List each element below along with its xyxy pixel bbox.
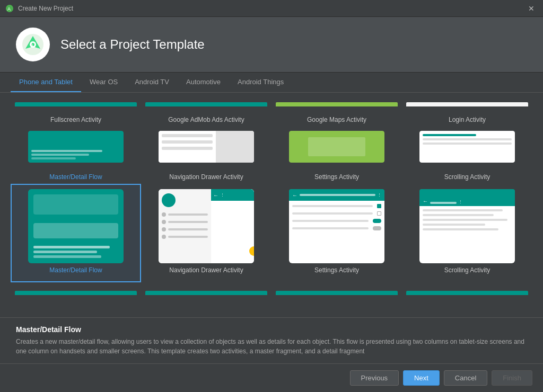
nav-drawer-visual: ← ⋮ [159, 189, 254, 263]
templates-grid-row1-labels: Master/Detail Flow Navigation Drawer Act… [11, 169, 532, 184]
template-top-login [402, 98, 532, 112]
template-top-fullscreen [11, 98, 141, 112]
svg-text:A: A [30, 43, 33, 47]
dialog-title: Select a Project Template [60, 37, 205, 52]
strip-admob [145, 102, 267, 106]
preview-scrolling: ← ⋮ [419, 189, 515, 263]
template-nav-drawer[interactable]: ← ⋮ Navigation Drawer Activity [141, 184, 272, 282]
next-button[interactable]: Next [403, 370, 440, 386]
template-admob[interactable]: Google AdMob Ads Activity [141, 112, 272, 131]
template-fullscreen-label: Fullscreen Activity [50, 116, 101, 123]
label-scrolling-wrap: Scrolling Activity [402, 169, 532, 184]
setting-line-3 [292, 220, 369, 222]
scrolling-bottom-label: Scrolling Activity [444, 266, 491, 274]
template-fullscreen-preview[interactable] [11, 131, 141, 167]
dialog-header: A Select a Project Template [0, 17, 543, 73]
tab-wear-os[interactable]: Wear OS [81, 73, 126, 92]
template-bottom-strip-2 [141, 287, 272, 295]
template-bottom-strip-4 [402, 287, 532, 295]
dialog: A Select a Project Template Phone and Ta… [0, 17, 543, 392]
nav-item-4 [162, 235, 208, 239]
template-master-detail-label-bottom: Master/Detail Flow [49, 266, 102, 274]
template-scrolling[interactable]: ← ⋮ [402, 184, 532, 282]
nav-item-2 [162, 220, 208, 224]
nav-drawer-sidebar [159, 189, 211, 263]
nav-line-2 [168, 221, 208, 223]
settings-topbar: ← ⋮ [289, 189, 384, 201]
preview-settings: ← ⋮ [289, 189, 384, 263]
preview-admob [159, 131, 254, 163]
description-area: Master/Detail Flow Creates a new master/… [0, 317, 543, 363]
template-maps-preview[interactable] [272, 131, 402, 167]
setting-row-4 [292, 226, 381, 230]
title-bar: A Create New Project ✕ [0, 0, 543, 17]
tab-phone-tablet[interactable]: Phone and Tablet [11, 73, 81, 92]
android-studio-logo: A [16, 28, 50, 61]
template-master-detail[interactable]: Master/Detail Flow [11, 184, 141, 282]
scroll-line-3 [423, 219, 507, 221]
templates-grid-row2-strips [11, 287, 532, 295]
settings-visual: ← ⋮ [289, 189, 384, 263]
scroll-line-4 [423, 224, 485, 226]
nav-icon-1 [162, 212, 166, 217]
nav-drawer-avatar [162, 193, 176, 207]
svg-text:A: A [7, 6, 11, 12]
template-maps-label: Google Maps Activity [307, 116, 366, 123]
template-admob-label: Google AdMob Ads Activity [168, 116, 244, 123]
template-login-label: Login Activity [449, 116, 486, 123]
preview-master-detail [28, 189, 124, 263]
tab-automotive[interactable]: Automotive [178, 73, 229, 92]
previous-button[interactable]: Previous [350, 370, 399, 386]
template-bottom-strip-1 [11, 287, 141, 295]
templates-grid-row0-labels: Fullscreen Activity Google AdMob Ads Act… [11, 112, 532, 131]
template-bottom-strip-3 [272, 287, 402, 295]
setting-toggle-1 [373, 219, 381, 223]
template-admob-preview[interactable] [141, 131, 272, 167]
tab-android-tv[interactable]: Android TV [126, 73, 178, 92]
strip-bottom-2 [145, 291, 267, 295]
cancel-button[interactable]: Cancel [444, 370, 487, 386]
nav-drawer-topbar: ← ⋮ [211, 189, 254, 201]
template-maps[interactable]: Google Maps Activity [272, 112, 402, 131]
template-settings-label: Settings Activity [314, 173, 359, 181]
footer: Previous Next Cancel Finish [0, 363, 543, 392]
label-settings-wrap: Settings Activity [272, 169, 402, 184]
setting-row-3 [292, 219, 381, 223]
template-fullscreen[interactable]: Fullscreen Activity [11, 112, 141, 131]
templates-scroll[interactable]: Fullscreen Activity Google AdMob Ads Act… [0, 93, 543, 317]
setting-checkbox-2 [377, 211, 381, 216]
template-settings[interactable]: ← ⋮ [272, 184, 402, 282]
nav-line-3 [168, 228, 208, 230]
scroll-line-2 [423, 214, 494, 216]
scrolling-items [419, 206, 515, 263]
tabs-container: Phone and Tablet Wear OS Android TV Auto… [0, 73, 543, 93]
preview-login-top [419, 131, 515, 163]
scrolling-topbar: ← ⋮ [419, 189, 515, 206]
setting-line-1 [292, 205, 373, 207]
strip-fullscreen [15, 102, 137, 106]
nav-drawer-fab [249, 246, 254, 256]
scrolling-visual: ← ⋮ [419, 189, 515, 263]
logo-svg: A [20, 32, 46, 57]
app-icon: A [5, 4, 14, 13]
nav-item-3 [162, 227, 208, 231]
setting-row-2 [292, 211, 381, 216]
label-master-detail-wrap: Master/Detail Flow [11, 169, 141, 184]
tab-android-things[interactable]: Android Things [229, 73, 292, 92]
nav-icon-4 [162, 235, 166, 239]
content-area: Fullscreen Activity Google AdMob Ads Act… [0, 93, 543, 363]
templates-grid-top [11, 98, 532, 112]
preview-maps [289, 131, 384, 163]
template-login-preview-top[interactable] [402, 131, 532, 167]
strip-bottom-4 [406, 291, 528, 295]
title-bar-title: Create New Project [18, 5, 73, 12]
title-bar-left: A Create New Project [5, 4, 73, 13]
preview-fullscreen [28, 131, 124, 163]
templates-grid-row0-previews [11, 131, 532, 167]
scroll-line-5 [423, 228, 498, 230]
nav-drawer-main: ← ⋮ [211, 189, 254, 263]
close-button[interactable]: ✕ [525, 3, 538, 14]
setting-toggle-2 [373, 226, 381, 230]
nav-drawer-bottom-label: Navigation Drawer Activity [169, 266, 243, 274]
template-login-top[interactable]: Login Activity [402, 112, 532, 131]
